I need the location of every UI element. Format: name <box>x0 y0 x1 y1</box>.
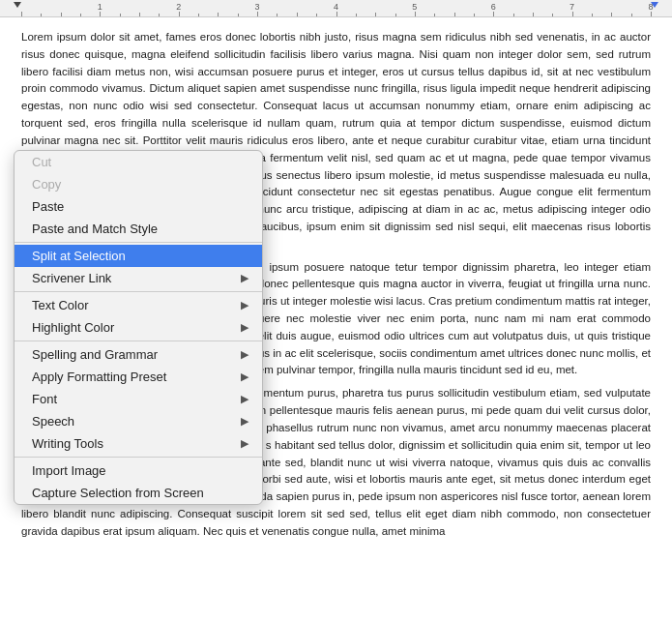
menu-item-writing-tools[interactable]: Writing Tools▶ <box>15 432 262 455</box>
menu-label-cut: Cut <box>32 155 248 169</box>
menu-label-spelling-grammar: Spelling and Grammar <box>32 347 241 362</box>
menu-item-highlight-color[interactable]: Highlight Color▶ <box>15 316 262 339</box>
menu-item-import-image[interactable]: Import Image <box>15 459 262 482</box>
menu-item-split[interactable]: Split at Selection <box>15 245 262 267</box>
menu-item-cut: Cut <box>15 151 262 173</box>
submenu-arrow-speech: ▶ <box>241 415 248 428</box>
ruler: 12345678 <box>0 0 672 17</box>
submenu-arrow-text-color: ▶ <box>241 299 248 311</box>
menu-label-writing-tools: Writing Tools <box>32 436 241 451</box>
menu-label-capture-selection: Capture Selection from Screen <box>32 486 248 500</box>
submenu-arrow-scrivener-link: ▶ <box>241 272 248 284</box>
left-indent-marker[interactable] <box>14 2 21 8</box>
submenu-arrow-spelling-grammar: ▶ <box>241 348 248 361</box>
menu-label-paste-match: Paste and Match Style <box>32 222 248 236</box>
menu-label-highlight-color: Highlight Color <box>32 320 241 335</box>
menu-item-paste-match[interactable]: Paste and Match Style <box>15 218 262 240</box>
menu-separator <box>15 341 262 341</box>
menu-item-speech[interactable]: Speech▶ <box>15 410 262 432</box>
menu-label-split: Split at Selection <box>32 249 248 263</box>
menu-item-paste[interactable]: Paste <box>15 195 262 218</box>
menu-item-scrivener-link[interactable]: Scrivener Link▶ <box>15 267 262 289</box>
menu-item-copy: Copy <box>15 173 262 195</box>
submenu-arrow-highlight-color: ▶ <box>241 321 248 334</box>
menu-separator <box>15 457 262 458</box>
menu-label-paste: Paste <box>32 199 248 214</box>
submenu-arrow-font: ▶ <box>241 393 248 405</box>
menu-label-text-color: Text Color <box>32 298 241 312</box>
menu-label-scrivener-link: Scrivener Link <box>32 271 241 285</box>
menu-label-copy: Copy <box>32 177 248 192</box>
menu-label-apply-formatting: Apply Formatting Preset <box>32 370 241 384</box>
submenu-arrow-writing-tools: ▶ <box>241 437 248 450</box>
menu-separator <box>15 242 262 243</box>
menu-separator <box>15 291 262 292</box>
menu-item-capture-selection[interactable]: Capture Selection from Screen <box>15 482 262 504</box>
submenu-arrow-apply-formatting: ▶ <box>241 370 248 383</box>
menu-label-import-image: Import Image <box>32 463 248 478</box>
menu-label-font: Font <box>32 392 241 406</box>
menu-item-font[interactable]: Font▶ <box>15 388 262 410</box>
menu-item-apply-formatting[interactable]: Apply Formatting Preset▶ <box>15 366 262 388</box>
menu-item-spelling-grammar[interactable]: Spelling and Grammar▶ <box>15 343 262 366</box>
menu-item-text-color[interactable]: Text Color▶ <box>15 294 262 316</box>
context-menu: CutCopyPastePaste and Match StyleSplit a… <box>14 150 263 505</box>
menu-label-speech: Speech <box>32 414 241 429</box>
